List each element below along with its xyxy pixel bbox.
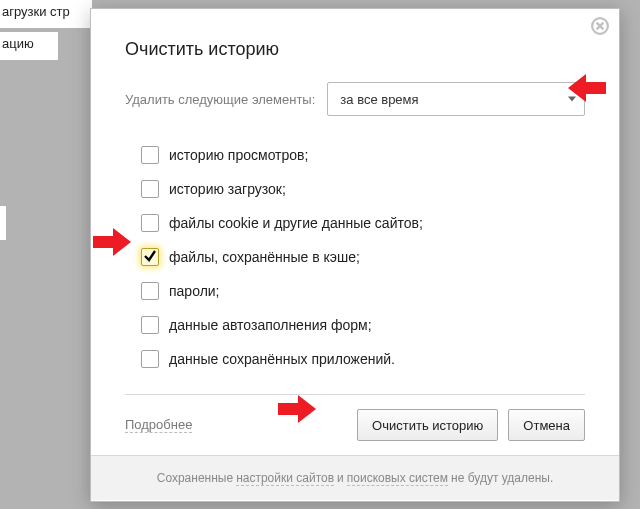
clear-history-button[interactable]: Очистить историю [357,409,498,441]
checkbox-label: историю просмотров; [169,147,308,163]
divider [125,394,585,395]
list-item: данные сохранённых приложений. [141,348,585,370]
chevron-down-icon [568,97,576,102]
dialog-footer: Сохраненные настройки сайтов и поисковых… [91,455,619,500]
checkbox-apps-data[interactable] [141,350,159,368]
footer-text: Сохраненные [157,471,233,485]
time-range-select[interactable]: за все время [327,82,585,116]
checkbox-label: файлы, сохранённые в кэше; [169,249,360,265]
list-item: данные автозаполнения форм; [141,314,585,336]
checkbox-cache[interactable] [141,248,159,266]
background-block [0,206,6,240]
checkbox-label: данные автозаполнения форм; [169,317,372,333]
time-range-value: за все время [340,92,418,107]
dialog-title: Очистить историю [125,39,585,60]
list-item: историю загрузок; [141,178,585,200]
time-range-label: Удалить следующие элементы: [125,92,315,107]
checkbox-label: данные сохранённых приложений. [169,351,395,367]
checkbox-label: пароли; [169,283,220,299]
clear-items-list: историю просмотров; историю загрузок; фа… [125,144,585,370]
background-text: агрузки стр [0,0,92,28]
list-item: файлы, сохранённые в кэше; [141,246,585,268]
site-settings-link[interactable]: настройки сайтов [236,471,334,486]
footer-text: и [337,471,344,485]
close-icon[interactable] [591,17,609,35]
checkbox-label: историю загрузок; [169,181,286,197]
cancel-button[interactable]: Отмена [508,409,585,441]
checkbox-autofill[interactable] [141,316,159,334]
checkbox-cookies[interactable] [141,214,159,232]
list-item: историю просмотров; [141,144,585,166]
more-link[interactable]: Подробнее [125,417,192,433]
background-text: ацию [0,32,58,60]
checkbox-download-history[interactable] [141,180,159,198]
clear-history-dialog: Очистить историю Удалить следующие элеме… [90,8,620,502]
checkbox-browsing-history[interactable] [141,146,159,164]
search-systems-link[interactable]: поисковых систем [347,471,448,486]
footer-text: не будут удалены. [451,471,553,485]
checkbox-passwords[interactable] [141,282,159,300]
list-item: файлы cookie и другие данные сайтов; [141,212,585,234]
checkbox-label: файлы cookie и другие данные сайтов; [169,215,423,231]
list-item: пароли; [141,280,585,302]
